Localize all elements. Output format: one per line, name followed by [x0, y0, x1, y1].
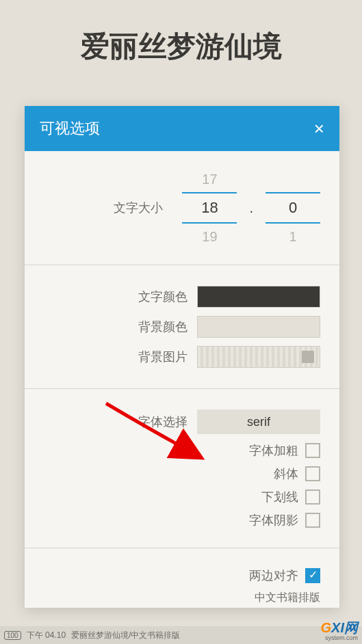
status-bar: 100 下午 04.10 爱丽丝梦游仙境/中文书籍排版 [0, 626, 362, 644]
bold-label: 字体加粗 [249, 442, 298, 459]
cjk-layout-label: 中文书籍排版 [38, 591, 320, 605]
justify-label: 两边对齐 [249, 567, 298, 584]
font-size-picker[interactable]: 17 18 19 . 0 1 [182, 166, 320, 250]
bg-image-swatch[interactable] [197, 346, 320, 368]
wheel-dec-next: 1 [266, 224, 320, 250]
wheel-dec-selected[interactable]: 0 [266, 192, 320, 224]
bold-checkbox[interactable] [305, 443, 320, 458]
bg-image-label: 背景图片 [138, 349, 188, 365]
font-select-label: 字体选择 [138, 414, 188, 430]
dialog-title: 可视选项 [40, 118, 100, 139]
italic-checkbox[interactable] [305, 466, 320, 481]
underline-checkbox[interactable] [305, 489, 320, 505]
colors-section: 文字颜色 背景颜色 背景图片 [25, 265, 339, 389]
underline-label: 下划线 [261, 489, 298, 505]
bg-color-swatch[interactable] [197, 316, 320, 338]
close-icon[interactable]: × [314, 120, 324, 137]
wheel-dec-prev [266, 166, 320, 192]
shadow-checkbox[interactable] [305, 513, 320, 528]
bg-color-label: 背景颜色 [138, 319, 188, 335]
page-title: 爱丽丝梦游仙境 [0, 0, 362, 86]
wheel-int-prev: 17 [182, 166, 237, 192]
italic-label: 斜体 [274, 466, 298, 482]
wheel-int-next: 19 [182, 224, 237, 250]
alignment-section: 两边对齐 中文书籍排版 [25, 548, 339, 608]
font-section: 字体选择 serif 字体加粗 斜体 下划线 字体阴影 [25, 389, 339, 548]
status-time: 下午 04.10 [27, 630, 66, 641]
shadow-label: 字体阴影 [249, 512, 298, 528]
justify-checkbox[interactable] [305, 568, 320, 583]
font-size-label: 文字大小 [114, 200, 163, 216]
visual-options-dialog: 可视选项 × 文字大小 17 18 19 . 0 1 文字颜色 [25, 106, 339, 608]
battery-icon: 100 [4, 631, 21, 640]
watermark: GXI网 system.com [321, 619, 358, 641]
font-size-section: 文字大小 17 18 19 . 0 1 [25, 151, 339, 265]
text-color-swatch[interactable] [197, 286, 320, 308]
text-color-label: 文字颜色 [138, 289, 188, 305]
status-breadcrumb: 爱丽丝梦游仙境/中文书籍排版 [71, 630, 180, 641]
font-select-button[interactable]: serif [197, 410, 320, 434]
dialog-header: 可视选项 × [25, 106, 339, 151]
wheel-int-selected[interactable]: 18 [182, 192, 237, 224]
wheel-dot: . [249, 200, 253, 216]
